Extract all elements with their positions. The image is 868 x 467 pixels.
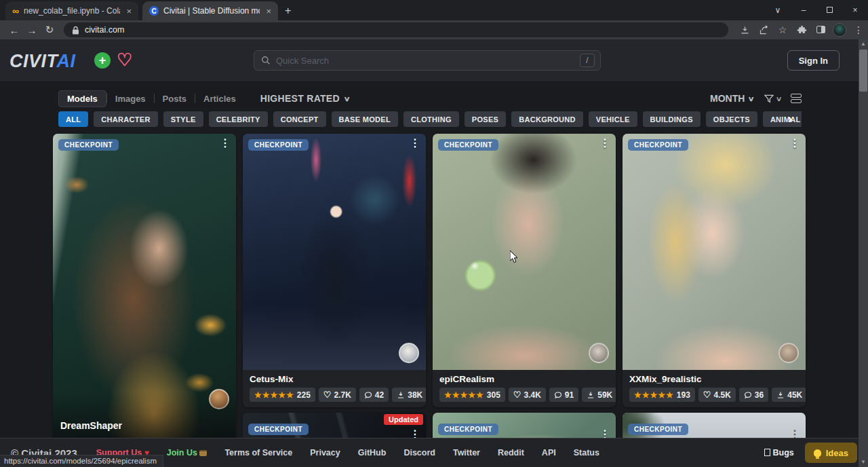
ideas-button[interactable]: Ideas	[805, 443, 857, 463]
chip-buildings[interactable]: BUILDINGS	[643, 111, 701, 127]
model-card-xxmix[interactable]: CHECKPOINT ⋮ XXMix_9realistic ★★★★★193 ♡…	[623, 134, 806, 407]
chip-concept[interactable]: CONCEPT	[273, 111, 326, 127]
back-button[interactable]: ←	[5, 24, 23, 36]
scrollbar-up-icon[interactable]: ▲	[859, 39, 868, 49]
extensions-puzzle-icon[interactable]	[795, 24, 808, 36]
civitai-logo[interactable]: CIVITAI	[9, 51, 76, 72]
chevron-down-icon: ∨	[748, 95, 755, 102]
card-size-toggle-icon[interactable]	[791, 94, 802, 103]
model-card-dreamshaper[interactable]: CHECKPOINT ⋮ DreamShaper	[53, 134, 236, 453]
sort-dropdown[interactable]: HIGHEST RATED ∨	[260, 93, 350, 104]
likes-count: 2.7K	[334, 390, 351, 400]
browser-toolbar: ← → ↻ civitai.com ☆ ⋮	[0, 20, 868, 39]
window-close-button[interactable]: ×	[842, 5, 868, 15]
creator-avatar[interactable]	[778, 343, 799, 363]
card-meta: epiCRealism ★★★★★305 ♡3.4K 91 59K	[433, 370, 616, 407]
chip-base-model[interactable]: BASE MODEL	[332, 111, 398, 127]
new-tab-button[interactable]: +	[285, 5, 291, 17]
search-shortcut-key: /	[580, 54, 595, 67]
reload-button[interactable]: ↻	[41, 24, 58, 36]
browser-window: ∞ new_colab_file.ipynb - Colaborat × C C…	[0, 0, 868, 467]
creator-avatar[interactable]	[399, 343, 419, 363]
bugs-link[interactable]: Bugs	[764, 448, 794, 457]
card-menu-kebab-icon[interactable]: ⋮	[220, 138, 231, 149]
tab-close-icon[interactable]: ×	[125, 6, 133, 16]
browser-menu-kebab-icon[interactable]: ⋮	[852, 24, 865, 35]
forward-button[interactable]: →	[23, 24, 41, 36]
tab-articles[interactable]: Articles	[195, 91, 244, 107]
model-preview-image: CHECKPOINT ⋮	[623, 134, 806, 370]
window-menu-chevron-icon[interactable]: ∨	[765, 5, 791, 15]
footer-link-join-us[interactable]: Join Us	[167, 448, 208, 457]
browser-profile-avatar[interactable]	[833, 23, 846, 37]
page-scrollbar[interactable]: ▲ ▼	[859, 39, 868, 467]
rating-pill: ★★★★★225	[250, 388, 315, 402]
tab-title: new_colab_file.ipynb - Colaborat	[24, 6, 120, 16]
window-minimize-button[interactable]: –	[791, 5, 816, 15]
download-icon	[776, 391, 785, 399]
search-icon	[261, 56, 271, 65]
browser-tab-civitai[interactable]: C Civitai | Stable Diffusion models, ×	[142, 1, 278, 20]
content-type-tabs: Models Images Posts Articles	[58, 90, 244, 107]
chip-objects[interactable]: OBJECTS	[706, 111, 757, 127]
likes-pill: ♡3.4K	[509, 388, 546, 402]
lock-icon	[72, 26, 79, 35]
chip-character[interactable]: CHARACTER	[94, 111, 157, 127]
tab-images[interactable]: Images	[107, 91, 154, 107]
footer-link-status[interactable]: Status	[574, 448, 599, 457]
period-dropdown[interactable]: MONTH ∨	[710, 93, 754, 104]
scrollbar-down-icon[interactable]: ▼	[859, 457, 868, 467]
chip-clothing[interactable]: CLOTHING	[403, 111, 459, 127]
footer-link-github[interactable]: GitHub	[358, 448, 387, 457]
star-icons: ★★★★★	[254, 391, 294, 399]
footer-link-privacy[interactable]: Privacy	[310, 448, 340, 457]
create-plus-button[interactable]: +	[94, 52, 111, 69]
chevron-down-icon: ∨	[775, 95, 782, 102]
address-bar[interactable]: civitai.com	[64, 22, 728, 37]
footer-link-terms[interactable]: Terms of Service	[224, 448, 292, 457]
chips-scroll-right-icon[interactable]: ›	[788, 111, 792, 127]
chip-vehicle[interactable]: VEHICLE	[589, 111, 637, 127]
model-preview-image: CHECKPOINT ⋮ DreamShaper	[53, 134, 236, 453]
card-menu-kebab-icon[interactable]: ⋮	[599, 138, 610, 149]
chip-style[interactable]: STYLE	[163, 111, 203, 127]
tab-posts[interactable]: Posts	[155, 91, 195, 107]
card-column-3: CHECKPOINT ⋮ epiCRealism ★★★★★305 ♡3.4K …	[433, 134, 616, 467]
comment-icon	[554, 391, 562, 399]
bookmark-star-icon[interactable]: ☆	[776, 24, 789, 35]
chip-poses[interactable]: POSES	[465, 111, 506, 127]
model-title: DreamShaper	[60, 420, 122, 431]
card-menu-kebab-icon[interactable]: ⋮	[410, 138, 420, 149]
window-maximize-button[interactable]	[816, 5, 842, 15]
browser-tab-strip: ∞ new_colab_file.ipynb - Colaborat × C C…	[0, 0, 868, 20]
favorites-heart-icon[interactable]: ♡	[117, 50, 132, 71]
chip-all[interactable]: ALL	[58, 111, 88, 127]
star-icons: ★★★★★	[634, 391, 674, 399]
chip-background[interactable]: BACKGROUND	[511, 111, 583, 127]
creator-avatar[interactable]	[589, 343, 609, 363]
downloads-pill: 59K	[582, 388, 616, 402]
scrollbar-thumb[interactable]	[859, 50, 867, 92]
download-page-icon[interactable]	[738, 24, 751, 36]
card-meta: XXMix_9realistic ★★★★★193 ♡4.5K 36 45K	[623, 370, 806, 407]
side-panel-icon[interactable]	[814, 24, 827, 35]
model-type-badge: CHECKPOINT	[248, 424, 309, 435]
tab-close-icon[interactable]: ×	[264, 6, 273, 16]
footer-link-api[interactable]: API	[542, 448, 556, 457]
model-card-epicrealism[interactable]: CHECKPOINT ⋮ epiCRealism ★★★★★305 ♡3.4K …	[433, 134, 616, 407]
chip-celebrity[interactable]: CELEBRITY	[209, 111, 268, 127]
heart-icon: ♡	[513, 390, 521, 399]
tab-models[interactable]: Models	[58, 90, 106, 107]
footer-link-twitter[interactable]: Twitter	[453, 448, 480, 457]
footer-link-discord[interactable]: Discord	[403, 448, 435, 457]
chip-animal[interactable]: ANIMAL	[763, 111, 802, 127]
filter-funnel-dropdown[interactable]: ∨	[764, 93, 781, 104]
search-input[interactable]: Quick Search /	[254, 50, 601, 71]
footer-link-reddit[interactable]: Reddit	[498, 448, 524, 457]
content-nav: Models Images Posts Articles HIGHEST RAT…	[58, 90, 350, 107]
share-icon[interactable]	[757, 24, 770, 36]
model-card-cetus-mix[interactable]: CHECKPOINT ⋮ Cetus-Mix ★★★★★225 ♡2.7K 42…	[243, 134, 426, 407]
browser-tab-colab[interactable]: ∞ new_colab_file.ipynb - Colaborat ×	[5, 1, 138, 20]
sign-in-button[interactable]: Sign In	[787, 50, 840, 71]
card-menu-kebab-icon[interactable]: ⋮	[789, 138, 800, 149]
